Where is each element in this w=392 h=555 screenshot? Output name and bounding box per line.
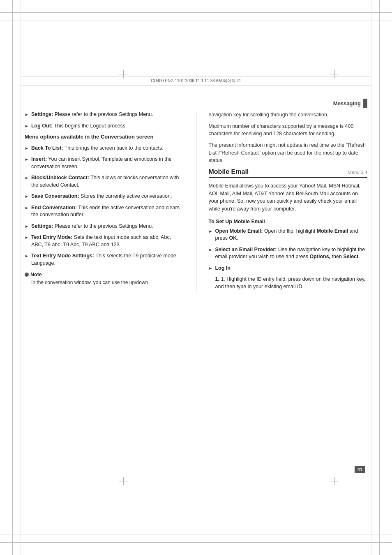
open-mobile-email-bold1: Mobile Email (317, 228, 348, 234)
insert-item: ► Insert: You can insert Symbol, Templat… (25, 156, 184, 170)
outer-border-bottom (0, 542, 392, 543)
right-column: navigation key for scrolling through the… (209, 111, 368, 294)
menu-options-heading: Menu options available in the Conversati… (25, 134, 184, 141)
bullet-arrow-icon: ► (25, 112, 29, 118)
end-conv-item: ► End Conversation: This ends the active… (25, 204, 184, 219)
text-entry-text: Text Entry Mode: Sets the text input mod… (31, 234, 184, 248)
block-label: Block/Unblock Contact: (31, 175, 89, 180)
bullet-arrow-icon: ► (25, 146, 29, 151)
logout-label: Log Out: (31, 123, 53, 129)
note-dot-icon (25, 273, 29, 277)
continuation-text-3: The present information might not update… (209, 141, 368, 164)
page-wrapper: CU400 ENG 1101 2006.11.1 11:38 AM 페이지 41… (0, 0, 392, 555)
file-info-text: CU400 ENG 1101 2006.11.1 11:38 AM 페이지 41 (151, 78, 241, 84)
mobile-email-description: Mobile Email allows you to access your Y… (209, 182, 368, 213)
content-area: ► Settings: Please refer to the previous… (25, 111, 367, 294)
note-heading: Note (30, 272, 42, 278)
end-conv-text: End Conversation: This ends the active c… (31, 204, 184, 219)
outer-border-right (379, 0, 380, 555)
log-in-text: Log In (215, 265, 367, 272)
save-conv-text: Save Conversation: Stores the currently … (31, 193, 184, 200)
back-to-list-text: Back To List: This brings the screen bac… (31, 145, 184, 152)
log-in-item: ► Log In (209, 265, 368, 272)
insert-desc: You can insert Symbol, Template and emot… (31, 156, 172, 169)
select-email-provider-desc3: . (358, 254, 360, 259)
open-mobile-email-desc1: Open the flip, highlight (263, 228, 316, 234)
select-email-provider-item: ► Select an Email Provider: Use the navi… (209, 246, 368, 261)
select-email-provider-label: Select an Email Provider: (215, 247, 277, 252)
settings-label-1: Settings: (31, 111, 53, 117)
text-entry-settings-text: Text Entry Mode Settings: This selects t… (31, 252, 184, 267)
settings-text-2: Settings: Please refer to the previous S… (31, 223, 184, 230)
select-email-provider-bold1: Options, (309, 254, 330, 259)
continuation-text-1: navigation key for scrolling through the… (209, 111, 368, 118)
open-mobile-email-desc3: . (237, 235, 238, 241)
text-entry-settings-item: ► Text Entry Mode Settings: This selects… (25, 252, 184, 267)
open-mobile-email-bold2: OK (229, 235, 237, 241)
text-entry-label: Text Entry Mode: (31, 234, 72, 240)
log-in-number: 1. (215, 276, 219, 282)
page-number: 41 (355, 466, 365, 473)
crosshair-bottom-left (119, 477, 127, 485)
back-to-list-desc: This brings the screen back to the conta… (63, 145, 163, 151)
messaging-badge-icon (363, 99, 367, 108)
mobile-email-header: Mobile Email Menu 2.4 (209, 168, 368, 178)
bullet-arrow-icon: ► (25, 194, 29, 199)
outer-border-top (0, 12, 392, 13)
note-block: Note In the conversation window, you can… (25, 272, 184, 286)
open-mobile-email-label: Open Mobile Email: (215, 228, 263, 234)
log-in-nested-text: 1. 1. Highlight the ID entry field, pres… (215, 276, 368, 290)
log-in-label: Log In (215, 265, 231, 271)
select-email-provider-text: Select an Email Provider: Use the naviga… (215, 246, 367, 261)
left-column: ► Settings: Please refer to the previous… (25, 111, 184, 294)
file-info-bar: CU400 ENG 1101 2006.11.1 11:38 AM 페이지 41 (21, 76, 371, 86)
log-in-nested-item: 1. 1. Highlight the ID entry field, pres… (215, 276, 368, 290)
messaging-label: Messaging (333, 99, 367, 108)
insert-text: Insert: You can insert Symbol, Template … (31, 156, 184, 170)
mobile-email-menu: Menu 2.4 (348, 170, 367, 175)
block-item: ► Block/Unblock Contact: This allows or … (25, 174, 184, 189)
bullet-arrow-icon: ► (25, 235, 29, 240)
insert-label: Insert: (31, 156, 47, 162)
messaging-text: Messaging (333, 100, 361, 106)
setup-heading: To Set Up Mobile Email (209, 219, 368, 224)
settings-item-2: ► Settings: Please refer to the previous… (25, 223, 184, 230)
inner-border-bottom (0, 534, 392, 534)
note-title: Note (25, 272, 184, 278)
block-text: Block/Unblock Contact: This allows or bl… (31, 174, 184, 189)
end-conv-label: End Conversation: (31, 205, 77, 210)
back-to-list-label: Back To List: (31, 145, 63, 151)
save-conv-item: ► Save Conversation: Stores the currentl… (25, 193, 184, 200)
save-conv-desc: Stores the currently active conversation… (79, 193, 172, 199)
logout-item: ► Log Out: This begins the Logout proces… (25, 123, 184, 130)
open-mobile-email-item: ► Open Mobile Email: Open the flip, high… (209, 228, 368, 242)
inner-border-top (0, 21, 392, 21)
settings-desc-1: Please refer to the previous Settings Me… (53, 111, 153, 117)
bullet-arrow-icon: ► (209, 247, 213, 253)
back-to-list-item: ► Back To List: This brings the screen b… (25, 145, 184, 152)
logout-desc: This begins the Logout process. (53, 123, 127, 129)
crosshair-bottom-right (330, 477, 339, 485)
bullet-arrow-icon: ► (25, 253, 29, 259)
mobile-email-title: Mobile Email (209, 168, 249, 176)
bullet-arrow-icon: ► (25, 175, 29, 181)
select-email-provider-bold2: Select (343, 254, 358, 259)
logout-text: Log Out: This begins the Logout process. (31, 123, 184, 130)
settings-desc-2: Please refer to the previous Settings Me… (53, 223, 153, 229)
bullet-arrow-icon: ► (209, 266, 213, 271)
text-entry-item: ► Text Entry Mode: Sets the text input m… (25, 234, 184, 248)
settings-item-1: ► Settings: Please refer to the previous… (25, 111, 184, 118)
column-divider (196, 111, 196, 294)
bullet-arrow-icon: ► (25, 123, 29, 129)
note-text: In the conversation window, you can use … (25, 279, 184, 286)
settings-label-2: Settings: (31, 223, 53, 229)
text-entry-settings-label: Text Entry Mode Settings: (31, 253, 94, 259)
bullet-arrow-icon: ► (25, 205, 29, 211)
select-email-provider-desc2: then (330, 254, 343, 259)
continuation-text-2: Maximum number of characters supported b… (209, 123, 368, 137)
bullet-arrow-icon: ► (209, 229, 213, 234)
open-mobile-email-text: Open Mobile Email: Open the flip, highli… (215, 228, 367, 242)
bullet-arrow-icon: ► (25, 157, 29, 162)
log-in-desc: 1. Highlight the ID entry field, press d… (215, 276, 366, 289)
save-conv-label: Save Conversation: (31, 193, 79, 199)
